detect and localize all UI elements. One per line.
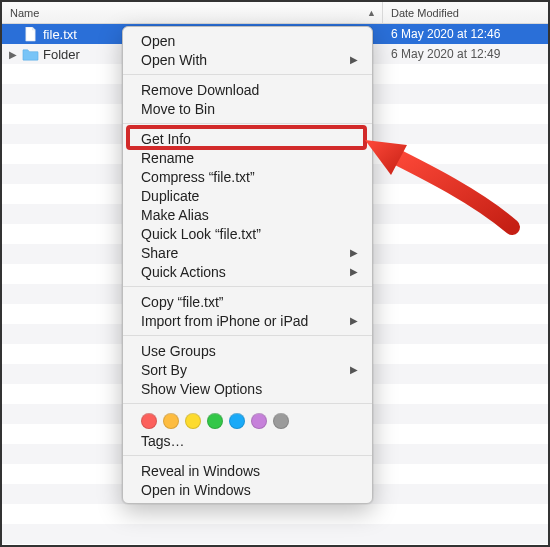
menu-item-label: Make Alias [141,207,209,223]
menu-item[interactable]: Reveal in Windows [123,461,372,480]
menu-item-label: Open With [141,52,207,68]
folder-date: 6 May 2020 at 12:49 [391,47,500,61]
menu-item[interactable]: Sort By▶ [123,360,372,379]
menu-item-label: Show View Options [141,381,262,397]
menu-item[interactable]: Quick Look “file.txt” [123,224,372,243]
menu-item-label: Quick Actions [141,264,226,280]
tag-color-row [123,409,372,431]
submenu-arrow-icon: ▶ [350,315,358,326]
menu-separator [123,123,372,124]
menu-item[interactable]: Open [123,31,372,50]
menu-item-label: Sort By [141,362,187,378]
menu-item-label: Get Info [141,131,191,147]
menu-separator [123,286,372,287]
menu-item[interactable]: Compress “file.txt” [123,167,372,186]
cell-date: 6 May 2020 at 12:49 [383,47,548,61]
menu-item-label: Duplicate [141,188,199,204]
menu-item-label: Compress “file.txt” [141,169,255,185]
column-name-label: Name [10,7,39,19]
submenu-arrow-icon: ▶ [350,364,358,375]
submenu-arrow-icon: ▶ [350,266,358,277]
folder-icon [22,47,39,62]
menu-item[interactable]: Open in Windows [123,480,372,499]
menu-item[interactable]: Use Groups [123,341,372,360]
menu-item[interactable]: Make Alias [123,205,372,224]
context-menu: OpenOpen With▶Remove DownloadMove to Bin… [122,26,373,504]
tag-color-dot[interactable] [273,413,289,429]
menu-item[interactable]: Import from iPhone or iPad▶ [123,311,372,330]
menu-item-label: Share [141,245,178,261]
document-icon [22,27,39,42]
menu-item[interactable]: Open With▶ [123,50,372,69]
menu-item-label: Move to Bin [141,101,215,117]
menu-item[interactable]: Duplicate [123,186,372,205]
tag-color-dot[interactable] [163,413,179,429]
menu-separator [123,74,372,75]
menu-item[interactable]: Show View Options [123,379,372,398]
folder-name: Folder [43,47,80,62]
tag-color-dot[interactable] [185,413,201,429]
file-date: 6 May 2020 at 12:46 [391,27,500,41]
disclosure-triangle-icon[interactable]: ▶ [8,49,18,60]
menu-item-label: Rename [141,150,194,166]
column-name[interactable]: Name ▲ [2,2,383,23]
menu-item[interactable]: Get Info [123,129,372,148]
menu-item-label: Tags… [141,433,185,449]
menu-item[interactable]: Rename [123,148,372,167]
menu-item[interactable]: Move to Bin [123,99,372,118]
submenu-arrow-icon: ▶ [350,247,358,258]
tag-color-dot[interactable] [251,413,267,429]
tag-color-dot[interactable] [207,413,223,429]
column-date-label: Date Modified [391,7,459,19]
menu-separator [123,455,372,456]
menu-item-tags[interactable]: Tags… [123,431,372,450]
submenu-arrow-icon: ▶ [350,54,358,65]
menu-item-label: Reveal in Windows [141,463,260,479]
menu-separator [123,335,372,336]
menu-item-label: Quick Look “file.txt” [141,226,261,242]
file-name: file.txt [43,27,77,42]
sort-ascending-icon: ▲ [367,8,376,18]
menu-item-label: Remove Download [141,82,259,98]
menu-item-label: Open in Windows [141,482,251,498]
column-header: Name ▲ Date Modified [2,2,548,24]
menu-item-label: Import from iPhone or iPad [141,313,308,329]
tag-color-dot[interactable] [229,413,245,429]
tag-color-dot[interactable] [141,413,157,429]
menu-item[interactable]: Share▶ [123,243,372,262]
menu-item-label: Copy “file.txt” [141,294,223,310]
menu-item[interactable]: Remove Download [123,80,372,99]
menu-item-label: Open [141,33,175,49]
menu-item-label: Use Groups [141,343,216,359]
cell-date: 6 May 2020 at 12:46 [383,27,548,41]
menu-separator [123,403,372,404]
column-date-modified[interactable]: Date Modified [383,2,548,23]
menu-item[interactable]: Quick Actions▶ [123,262,372,281]
menu-item[interactable]: Copy “file.txt” [123,292,372,311]
